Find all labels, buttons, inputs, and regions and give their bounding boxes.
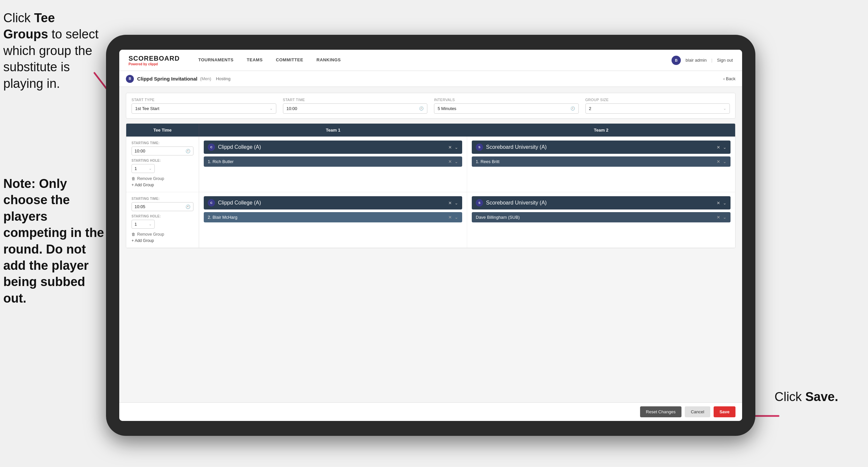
- intervals-input[interactable]: 5 Minutes 🕙: [434, 104, 579, 114]
- group2-team2-player1[interactable]: Dave Billingham (SUB) ✕⌄: [472, 212, 731, 223]
- team2-icon: S: [476, 144, 483, 151]
- team1-icon: C: [208, 144, 215, 151]
- group1-time-label: STARTING TIME:: [131, 141, 193, 145]
- group2-team1-name: Clippd College (A): [218, 200, 261, 206]
- group2-team2-icon: S: [476, 199, 483, 206]
- group2-time-input[interactable]: 10:05 🕙: [131, 202, 193, 211]
- cancel-button[interactable]: Cancel: [685, 406, 710, 417]
- tablet: SCOREBOARD Powered by clippd TOURNAMENTS…: [106, 35, 755, 436]
- group2-team2-left: S Scoreboard University (A): [476, 199, 547, 206]
- remove-group-btn-1[interactable]: 🗑Remove Group: [131, 176, 193, 181]
- divider: |: [711, 58, 712, 63]
- group2-team1-player1[interactable]: 2. Blair McHarg ✕⌄: [204, 212, 462, 223]
- group-size-field: Group Size 2 ⌄: [585, 98, 730, 114]
- group1-team1-card[interactable]: C Clippd College (A) ✕⌄: [204, 141, 462, 154]
- intervals-label: Intervals: [434, 98, 579, 102]
- col-tee-time: Tee Time: [126, 124, 199, 137]
- group2-team2: S Scoreboard University (A) ✕⌄ Dave Bill…: [467, 192, 735, 247]
- start-type-label: Start Type: [131, 98, 276, 102]
- settings-row: Start Type 1st Tee Start ⌄ Start Time 10…: [126, 93, 736, 119]
- powered-by-text: Powered by clippd: [128, 62, 180, 66]
- team2-name: Scoreboard University (A): [486, 144, 547, 150]
- remove-group-btn-2[interactable]: 🗑Remove Group: [131, 232, 193, 237]
- start-type-field: Start Type 1st Tee Start ⌄: [131, 98, 276, 114]
- nav-right: B blair admin | Sign out: [672, 56, 733, 65]
- nav-teams[interactable]: TEAMS: [240, 50, 269, 71]
- tournament-gender: (Men): [200, 76, 211, 81]
- note-annotation: Note: Only choose the players competing …: [3, 176, 106, 307]
- group1-time-input[interactable]: 10:00 🕙: [131, 146, 193, 155]
- nav-rankings[interactable]: RANKINGS: [310, 50, 347, 71]
- logo-text: SCOREBOARD: [128, 55, 180, 62]
- start-type-input[interactable]: 1st Tee Start ⌄: [131, 104, 276, 114]
- add-group-btn-1[interactable]: + Add Group: [131, 183, 193, 187]
- nav-committee[interactable]: COMMITTEE: [269, 50, 310, 71]
- group2-hole-input[interactable]: 1 ⌄: [131, 220, 155, 229]
- group2-team1-left: C Clippd College (A): [208, 199, 261, 206]
- admin-label: blair admin: [685, 58, 707, 63]
- start-time-label: Start Time: [283, 98, 428, 102]
- hosting-badge: Hosting: [216, 76, 230, 81]
- team1-name: Clippd College (A): [218, 144, 261, 150]
- group1-team2-card[interactable]: S Scoreboard University (A) ✕⌄: [472, 141, 731, 154]
- group-size-input[interactable]: 2 ⌄: [585, 104, 730, 114]
- col-team2: Team 2: [467, 124, 735, 137]
- group2-team1-icon: C: [208, 199, 215, 206]
- nav-tournaments[interactable]: TOURNAMENTS: [191, 50, 240, 71]
- save-button[interactable]: Save: [714, 406, 736, 417]
- tournament-name: Clippd Spring Invitational: [137, 76, 197, 82]
- navbar: SCOREBOARD Powered by clippd TOURNAMENTS…: [119, 50, 742, 71]
- group1-team2-right: ✕⌄: [717, 145, 726, 150]
- group1-team2-left: S Scoreboard University (A): [476, 144, 547, 151]
- top-annotation: Click Tee Groups to select which group t…: [3, 10, 99, 92]
- tablet-screen: SCOREBOARD Powered by clippd TOURNAMENTS…: [119, 50, 742, 421]
- reset-changes-button[interactable]: Reset Changes: [640, 406, 682, 417]
- sub-header: B Clippd Spring Invitational (Men) Hosti…: [119, 71, 742, 87]
- group1-hole-label: STARTING HOLE:: [131, 159, 193, 163]
- tee-table: Tee Time Team 1 Team 2 STARTING TIME: 10…: [126, 123, 736, 248]
- group1-team1-left: C Clippd College (A): [208, 144, 261, 151]
- breadcrumb-icon: B: [126, 75, 134, 83]
- main-content: Start Type 1st Tee Start ⌄ Start Time 10…: [119, 87, 742, 402]
- group1-left: STARTING TIME: 10:00 🕙 STARTING HOLE: 1 …: [126, 137, 199, 192]
- group2-team2-card[interactable]: S Scoreboard University (A) ✕⌄: [472, 196, 731, 209]
- group2-team1-card[interactable]: C Clippd College (A) ✕⌄: [204, 196, 462, 209]
- group1-team1: C Clippd College (A) ✕⌄ 1. Rich Butler ✕…: [199, 137, 467, 192]
- sign-out-link[interactable]: Sign out: [717, 58, 733, 63]
- table-header: Tee Time Team 1 Team 2: [126, 124, 735, 137]
- group2-left: STARTING TIME: 10:05 🕙 STARTING HOLE: 1 …: [126, 192, 199, 247]
- group2-hole-label: STARTING HOLE:: [131, 214, 193, 218]
- start-time-input[interactable]: 10:00 🕙: [283, 104, 428, 114]
- group2-team1: C Clippd College (A) ✕⌄ 2. Blair McHarg …: [199, 192, 467, 247]
- group2-team2-right: ✕⌄: [717, 201, 726, 205]
- group1-team2: S Scoreboard University (A) ✕⌄ 1. Rees B…: [467, 137, 735, 192]
- intervals-field: Intervals 5 Minutes 🕙: [434, 98, 579, 114]
- nav-links: TOURNAMENTS TEAMS COMMITTEE RANKINGS: [191, 50, 672, 71]
- group2-time-label: STARTING TIME:: [131, 197, 193, 201]
- group-size-label: Group Size: [585, 98, 730, 102]
- back-button[interactable]: ‹ Back: [723, 76, 736, 81]
- admin-avatar: B: [672, 56, 681, 65]
- save-annotation: Click Save.: [775, 390, 838, 404]
- group2-team2-name: Scoreboard University (A): [486, 200, 547, 206]
- col-team1: Team 1: [199, 124, 467, 137]
- add-group-btn-2[interactable]: + Add Group: [131, 238, 193, 243]
- group2-team1-right: ✕⌄: [448, 201, 458, 205]
- start-time-field: Start Time 10:00 🕙: [283, 98, 428, 114]
- table-row: STARTING TIME: 10:00 🕙 STARTING HOLE: 1 …: [126, 137, 735, 192]
- group1-team2-player1[interactable]: 1. Rees Britt ✕⌄: [472, 156, 731, 167]
- logo-area: SCOREBOARD Powered by clippd: [128, 55, 180, 66]
- group1-hole-input[interactable]: 1 ⌄: [131, 164, 155, 173]
- table-row: STARTING TIME: 10:05 🕙 STARTING HOLE: 1 …: [126, 192, 735, 248]
- group1-team1-right: ✕⌄: [448, 145, 458, 150]
- group1-team1-player1[interactable]: 1. Rich Butler ✕⌄: [204, 156, 462, 167]
- action-bar: Reset Changes Cancel Save: [119, 402, 742, 421]
